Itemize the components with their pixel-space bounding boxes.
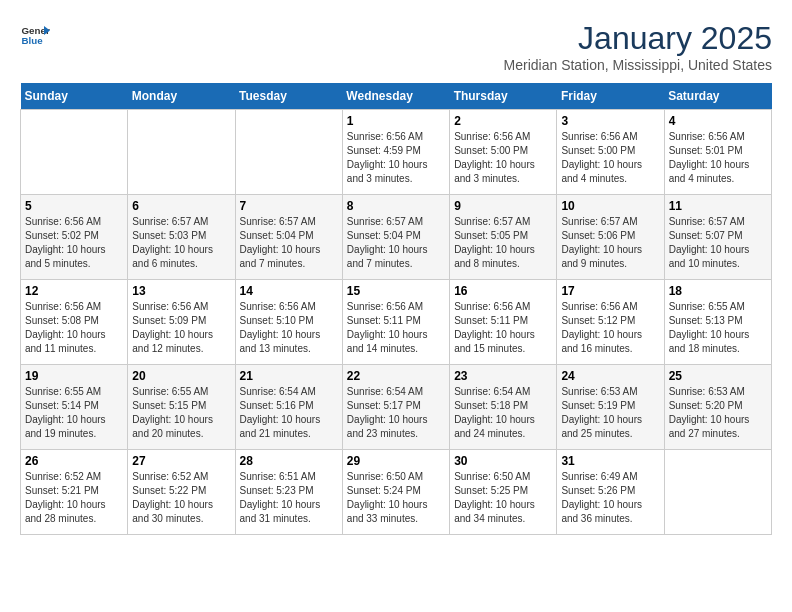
day-info: Sunrise: 6:56 AMSunset: 5:11 PMDaylight:… xyxy=(347,300,445,356)
day-number: 27 xyxy=(132,454,230,468)
day-info: Sunrise: 6:57 AMSunset: 5:04 PMDaylight:… xyxy=(240,215,338,271)
day-info: Sunrise: 6:56 AMSunset: 5:10 PMDaylight:… xyxy=(240,300,338,356)
day-number: 22 xyxy=(347,369,445,383)
calendar-cell: 18 Sunrise: 6:55 AMSunset: 5:13 PMDaylig… xyxy=(664,280,771,365)
day-number: 20 xyxy=(132,369,230,383)
calendar-cell: 22 Sunrise: 6:54 AMSunset: 5:17 PMDaylig… xyxy=(342,365,449,450)
day-number: 1 xyxy=(347,114,445,128)
day-number: 17 xyxy=(561,284,659,298)
calendar-cell: 1 Sunrise: 6:56 AMSunset: 4:59 PMDayligh… xyxy=(342,110,449,195)
calendar-cell: 15 Sunrise: 6:56 AMSunset: 5:11 PMDaylig… xyxy=(342,280,449,365)
day-info: Sunrise: 6:57 AMSunset: 5:07 PMDaylight:… xyxy=(669,215,767,271)
day-info: Sunrise: 6:55 AMSunset: 5:15 PMDaylight:… xyxy=(132,385,230,441)
calendar-cell: 16 Sunrise: 6:56 AMSunset: 5:11 PMDaylig… xyxy=(450,280,557,365)
calendar-cell xyxy=(21,110,128,195)
day-number: 18 xyxy=(669,284,767,298)
calendar-cell: 4 Sunrise: 6:56 AMSunset: 5:01 PMDayligh… xyxy=(664,110,771,195)
day-info: Sunrise: 6:57 AMSunset: 5:06 PMDaylight:… xyxy=(561,215,659,271)
day-number: 3 xyxy=(561,114,659,128)
calendar-cell: 10 Sunrise: 6:57 AMSunset: 5:06 PMDaylig… xyxy=(557,195,664,280)
day-number: 30 xyxy=(454,454,552,468)
day-number: 23 xyxy=(454,369,552,383)
day-number: 8 xyxy=(347,199,445,213)
calendar-table: SundayMondayTuesdayWednesdayThursdayFrid… xyxy=(20,83,772,535)
calendar-cell xyxy=(235,110,342,195)
day-number: 29 xyxy=(347,454,445,468)
day-info: Sunrise: 6:54 AMSunset: 5:17 PMDaylight:… xyxy=(347,385,445,441)
day-info: Sunrise: 6:57 AMSunset: 5:04 PMDaylight:… xyxy=(347,215,445,271)
day-number: 24 xyxy=(561,369,659,383)
day-info: Sunrise: 6:51 AMSunset: 5:23 PMDaylight:… xyxy=(240,470,338,526)
calendar-cell: 25 Sunrise: 6:53 AMSunset: 5:20 PMDaylig… xyxy=(664,365,771,450)
day-info: Sunrise: 6:54 AMSunset: 5:16 PMDaylight:… xyxy=(240,385,338,441)
calendar-cell: 24 Sunrise: 6:53 AMSunset: 5:19 PMDaylig… xyxy=(557,365,664,450)
calendar-cell: 14 Sunrise: 6:56 AMSunset: 5:10 PMDaylig… xyxy=(235,280,342,365)
day-info: Sunrise: 6:52 AMSunset: 5:22 PMDaylight:… xyxy=(132,470,230,526)
calendar-cell: 20 Sunrise: 6:55 AMSunset: 5:15 PMDaylig… xyxy=(128,365,235,450)
day-number: 13 xyxy=(132,284,230,298)
calendar-cell: 6 Sunrise: 6:57 AMSunset: 5:03 PMDayligh… xyxy=(128,195,235,280)
calendar-cell: 27 Sunrise: 6:52 AMSunset: 5:22 PMDaylig… xyxy=(128,450,235,535)
month-title: January 2025 xyxy=(504,20,772,57)
logo: General Blue xyxy=(20,20,50,50)
day-info: Sunrise: 6:56 AMSunset: 5:00 PMDaylight:… xyxy=(561,130,659,186)
day-info: Sunrise: 6:56 AMSunset: 5:12 PMDaylight:… xyxy=(561,300,659,356)
day-info: Sunrise: 6:56 AMSunset: 4:59 PMDaylight:… xyxy=(347,130,445,186)
calendar-cell: 5 Sunrise: 6:56 AMSunset: 5:02 PMDayligh… xyxy=(21,195,128,280)
calendar-week-row: 5 Sunrise: 6:56 AMSunset: 5:02 PMDayligh… xyxy=(21,195,772,280)
day-number: 5 xyxy=(25,199,123,213)
day-number: 9 xyxy=(454,199,552,213)
weekday-header: Wednesday xyxy=(342,83,449,110)
calendar-week-row: 26 Sunrise: 6:52 AMSunset: 5:21 PMDaylig… xyxy=(21,450,772,535)
day-info: Sunrise: 6:56 AMSunset: 5:02 PMDaylight:… xyxy=(25,215,123,271)
day-number: 14 xyxy=(240,284,338,298)
day-info: Sunrise: 6:56 AMSunset: 5:09 PMDaylight:… xyxy=(132,300,230,356)
calendar-week-row: 12 Sunrise: 6:56 AMSunset: 5:08 PMDaylig… xyxy=(21,280,772,365)
day-info: Sunrise: 6:55 AMSunset: 5:14 PMDaylight:… xyxy=(25,385,123,441)
calendar-cell: 13 Sunrise: 6:56 AMSunset: 5:09 PMDaylig… xyxy=(128,280,235,365)
day-number: 25 xyxy=(669,369,767,383)
weekday-header: Thursday xyxy=(450,83,557,110)
day-info: Sunrise: 6:49 AMSunset: 5:26 PMDaylight:… xyxy=(561,470,659,526)
calendar-body: 1 Sunrise: 6:56 AMSunset: 4:59 PMDayligh… xyxy=(21,110,772,535)
day-number: 2 xyxy=(454,114,552,128)
day-number: 31 xyxy=(561,454,659,468)
day-number: 26 xyxy=(25,454,123,468)
calendar-week-row: 19 Sunrise: 6:55 AMSunset: 5:14 PMDaylig… xyxy=(21,365,772,450)
day-number: 12 xyxy=(25,284,123,298)
weekday-header: Tuesday xyxy=(235,83,342,110)
day-number: 10 xyxy=(561,199,659,213)
logo-icon: General Blue xyxy=(20,20,50,50)
day-number: 6 xyxy=(132,199,230,213)
day-info: Sunrise: 6:56 AMSunset: 5:11 PMDaylight:… xyxy=(454,300,552,356)
weekday-header: Friday xyxy=(557,83,664,110)
calendar-cell: 21 Sunrise: 6:54 AMSunset: 5:16 PMDaylig… xyxy=(235,365,342,450)
weekday-header-row: SundayMondayTuesdayWednesdayThursdayFrid… xyxy=(21,83,772,110)
calendar-cell: 28 Sunrise: 6:51 AMSunset: 5:23 PMDaylig… xyxy=(235,450,342,535)
day-number: 16 xyxy=(454,284,552,298)
weekday-header: Sunday xyxy=(21,83,128,110)
svg-text:Blue: Blue xyxy=(22,35,44,46)
calendar-cell: 30 Sunrise: 6:50 AMSunset: 5:25 PMDaylig… xyxy=(450,450,557,535)
calendar-cell: 7 Sunrise: 6:57 AMSunset: 5:04 PMDayligh… xyxy=(235,195,342,280)
page-header: General Blue January 2025 Meridian Stati… xyxy=(20,20,772,73)
day-info: Sunrise: 6:56 AMSunset: 5:00 PMDaylight:… xyxy=(454,130,552,186)
calendar-cell: 17 Sunrise: 6:56 AMSunset: 5:12 PMDaylig… xyxy=(557,280,664,365)
day-number: 19 xyxy=(25,369,123,383)
location-title: Meridian Station, Mississippi, United St… xyxy=(504,57,772,73)
day-number: 21 xyxy=(240,369,338,383)
day-info: Sunrise: 6:56 AMSunset: 5:01 PMDaylight:… xyxy=(669,130,767,186)
calendar-cell xyxy=(664,450,771,535)
day-info: Sunrise: 6:50 AMSunset: 5:24 PMDaylight:… xyxy=(347,470,445,526)
title-section: January 2025 Meridian Station, Mississip… xyxy=(504,20,772,73)
weekday-header: Monday xyxy=(128,83,235,110)
calendar-cell: 26 Sunrise: 6:52 AMSunset: 5:21 PMDaylig… xyxy=(21,450,128,535)
day-info: Sunrise: 6:52 AMSunset: 5:21 PMDaylight:… xyxy=(25,470,123,526)
day-info: Sunrise: 6:50 AMSunset: 5:25 PMDaylight:… xyxy=(454,470,552,526)
calendar-cell: 2 Sunrise: 6:56 AMSunset: 5:00 PMDayligh… xyxy=(450,110,557,195)
day-info: Sunrise: 6:53 AMSunset: 5:20 PMDaylight:… xyxy=(669,385,767,441)
day-number: 11 xyxy=(669,199,767,213)
calendar-week-row: 1 Sunrise: 6:56 AMSunset: 4:59 PMDayligh… xyxy=(21,110,772,195)
calendar-cell: 23 Sunrise: 6:54 AMSunset: 5:18 PMDaylig… xyxy=(450,365,557,450)
day-info: Sunrise: 6:55 AMSunset: 5:13 PMDaylight:… xyxy=(669,300,767,356)
